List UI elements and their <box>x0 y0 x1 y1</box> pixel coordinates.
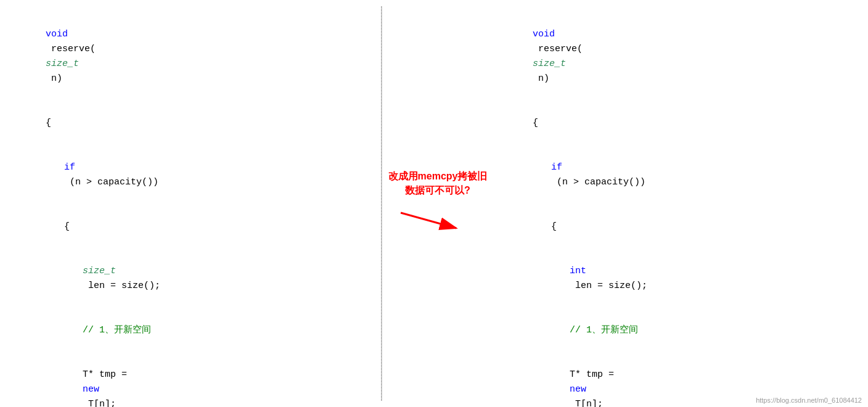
arrow-icon <box>398 204 478 237</box>
left-line-7: T* tmp = new T[n]; <box>12 353 369 407</box>
right-line-1: void reserve( size_t n) <box>499 12 856 101</box>
left-line-6: // 1、开新空间 <box>12 308 369 353</box>
right-line-5: int len = size(); <box>499 249 856 308</box>
right-line-3: if (n > capacity()) <box>499 146 856 205</box>
left-line-5: size_t len = size(); <box>12 249 369 308</box>
left-line-2: { <box>12 101 369 146</box>
left-line-1: void reserve( size_t n) <box>12 12 369 101</box>
left-code-panel: void reserve( size_t n) { if (n > capaci… <box>0 6 381 401</box>
keyword-void: void <box>46 29 68 39</box>
left-line-3: if (n > capacity()) <box>12 146 369 205</box>
main-container: void reserve( size_t n) { if (n > capaci… <box>0 0 868 407</box>
middle-annotation: 改成用memcpy拷被旧数据可不可以? <box>382 6 493 401</box>
right-line-4: { <box>499 205 856 249</box>
right-line-6: // 1、开新空间 <box>499 308 856 353</box>
svg-line-1 <box>401 213 456 228</box>
right-code-panel: void reserve( size_t n) { if (n > capaci… <box>493 6 868 401</box>
right-line-2: { <box>499 101 856 146</box>
watermark: https://blog.csdn.net/m0_61084412 <box>756 397 862 404</box>
left-line-4: { <box>12 205 369 249</box>
annotation-text: 改成用memcpy拷被旧数据可不可以? <box>385 170 490 197</box>
